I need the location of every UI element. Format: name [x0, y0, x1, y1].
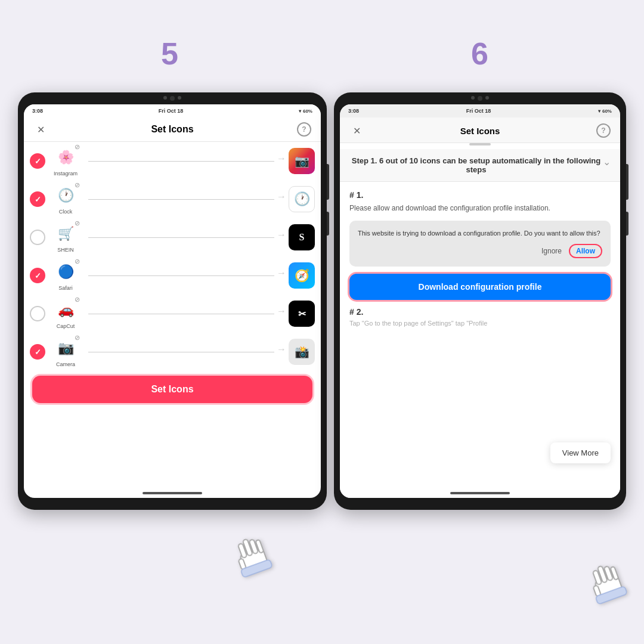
app-list-5: ⊘ 🌸 Instagram 📷 ⊘ 🕐 Clock 🕐 [24, 142, 321, 371]
shein-source-icon: 🛒 [54, 222, 78, 246]
tablet6-frame: 3:08 Fri Oct 18 ▾ 60% ✕ Set Icons ? Step… [334, 92, 626, 510]
view-more-popup-6[interactable]: View More [550, 442, 611, 463]
no-sign-capcut: ⊘ [75, 296, 80, 304]
set-icons-button[interactable]: Set Icons [32, 376, 312, 403]
time-5: 3:08 [32, 108, 43, 114]
no-sign-instagram: ⊘ [75, 143, 80, 151]
battery-5: 60% [303, 109, 312, 114]
date-6: Fri Oct 18 [466, 108, 491, 114]
time-6: 3:08 [348, 108, 359, 114]
safari-label: Safari [58, 285, 73, 291]
source-capcut: ⊘ 🚗 CapCut [50, 298, 81, 329]
sheet-6: ✕ Set Icons ? Step 1. 6 out of 10 icons … [340, 117, 620, 498]
dialog-box-6: This website is trying to download a con… [349, 221, 611, 267]
battery-6: 60% [602, 109, 612, 114]
clock-label: Clock [59, 209, 73, 215]
list-item: ⊘ 🌸 Instagram 📷 [30, 142, 315, 180]
allow-button-6[interactable]: Allow [569, 244, 602, 258]
camera-source-icon: 📷 [54, 336, 78, 360]
tablet5-screen: 3:08 Fri Oct 18 ▾ 60% ✕ Set Icons ? ⊘ 🌸 … [24, 104, 321, 498]
list-item: ⊘ 🕐 Clock 🕐 [30, 180, 315, 218]
check-safari[interactable] [30, 268, 45, 283]
status-bar-5: 3:08 Fri Oct 18 ▾ 60% [24, 104, 321, 117]
no-sign-camera: ⊘ [75, 334, 80, 342]
shein-target-icon: S [289, 224, 315, 250]
check-instagram[interactable] [30, 153, 45, 169]
ignore-button-6[interactable]: Ignore [541, 247, 562, 255]
list-item: ⊘ 🚗 CapCut ✂ [30, 295, 315, 333]
source-clock: ⊘ 🕐 Clock [50, 184, 81, 215]
step1-label-6: # 1. [349, 190, 611, 200]
camera-target-icon: 📸 [289, 339, 315, 365]
no-sign-safari: ⊘ [75, 258, 80, 265]
wifi-icon-5: ▾ [299, 109, 301, 114]
tablet5-frame: 3:08 Fri Oct 18 ▾ 60% ✕ Set Icons ? ⊘ 🌸 … [18, 92, 327, 510]
safari-target-icon: 🧭 [289, 262, 315, 289]
source-camera: ⊘ 📷 Camera [50, 336, 81, 367]
app-title-5: Set Icons [151, 124, 193, 135]
clock-source-icon: 🕐 [54, 184, 78, 208]
capcut-label: CapCut [57, 323, 75, 329]
source-safari: ⊘ 🔵 Safari [50, 260, 81, 291]
hand-cursor-5 [225, 527, 282, 590]
capcut-target-icon: ✂ [289, 301, 315, 327]
tablet6-camera-area [471, 96, 489, 101]
step2-label-6: # 2. [349, 307, 611, 317]
tablet6-screen: 3:08 Fri Oct 18 ▾ 60% ✕ Set Icons ? Step… [340, 104, 620, 498]
clock-target-icon: 🕐 [289, 186, 315, 212]
list-item: ⊘ 🔵 Safari 🧭 [30, 256, 315, 295]
dialog-text-6: This website is trying to download a con… [358, 229, 602, 238]
source-instagram: ⊘ 🌸 Instagram [50, 145, 81, 177]
source-shein: ⊘ 🛒 SHEIN [50, 222, 81, 253]
step1-desc-6: Please allow and download the configurat… [349, 203, 611, 213]
step5-number: 5 [161, 36, 178, 72]
chevron-down-icon[interactable]: ⌄ [603, 156, 611, 168]
check-capcut[interactable] [30, 306, 45, 321]
check-shein[interactable] [30, 230, 45, 245]
app-header-5: ✕ Set Icons ? [24, 117, 321, 142]
drag-indicator-6 [469, 143, 491, 145]
check-clock[interactable] [30, 191, 45, 207]
home-indicator-6 [450, 492, 510, 494]
dot4 [485, 96, 489, 100]
status-icons-5: ▾ 60% [299, 109, 312, 114]
instagram-target-icon: 📷 [289, 148, 315, 174]
tablet5-camera-area [163, 96, 181, 101]
list-item: ⊘ 🛒 SHEIN S [30, 218, 315, 256]
dot-cam [170, 96, 175, 101]
capcut-source-icon: 🚗 [54, 298, 78, 322]
step-banner-6: Step 1. 6 out of 10 icons can be setup a… [340, 149, 620, 182]
dot1 [163, 96, 167, 100]
step2-desc-6: Tap "Go to the top page of Settings" tap… [349, 319, 611, 328]
dot2 [178, 96, 181, 100]
wifi-icon-6: ▾ [598, 109, 600, 114]
help-button-6[interactable]: ? [596, 123, 611, 138]
close-button-5[interactable]: ✕ [33, 122, 48, 137]
sheet-title-6: Set Icons [460, 126, 500, 136]
date-5: Fri Oct 18 [159, 108, 184, 114]
no-sign-clock: ⊘ [75, 181, 80, 189]
instagram-label: Instagram [54, 171, 78, 177]
dot3 [471, 96, 475, 100]
status-bar-6: 3:08 Fri Oct 18 ▾ 60% [340, 104, 620, 117]
list-item: ⊘ 📷 Camera 📸 [30, 333, 315, 371]
shein-label: SHEIN [57, 247, 74, 253]
download-config-button[interactable]: Download configuration profile [349, 274, 611, 300]
camera-label: Camera [56, 361, 75, 367]
step-banner-text-6: Step 1. 6 out of 10 icons can be setup a… [349, 156, 603, 174]
status-icons-6: ▾ 60% [598, 109, 612, 114]
step6-number: 6 [471, 36, 488, 72]
help-button-5[interactable]: ? [297, 122, 311, 137]
safari-source-icon: 🔵 [54, 260, 78, 284]
instagram-source-icon: 🌸 [54, 145, 78, 169]
sheet-header-6: ✕ Set Icons ? [340, 117, 620, 143]
no-sign-shein: ⊘ [75, 219, 80, 227]
dot-cam2 [478, 96, 482, 101]
hand-cursor-6 [580, 553, 637, 617]
check-camera[interactable] [30, 344, 45, 360]
close-button-6[interactable]: ✕ [349, 123, 364, 138]
dialog-actions-6: Ignore Allow [358, 244, 602, 258]
step1-content-6: # 1. Please allow and download the confi… [340, 182, 620, 337]
home-indicator-5 [143, 492, 202, 494]
